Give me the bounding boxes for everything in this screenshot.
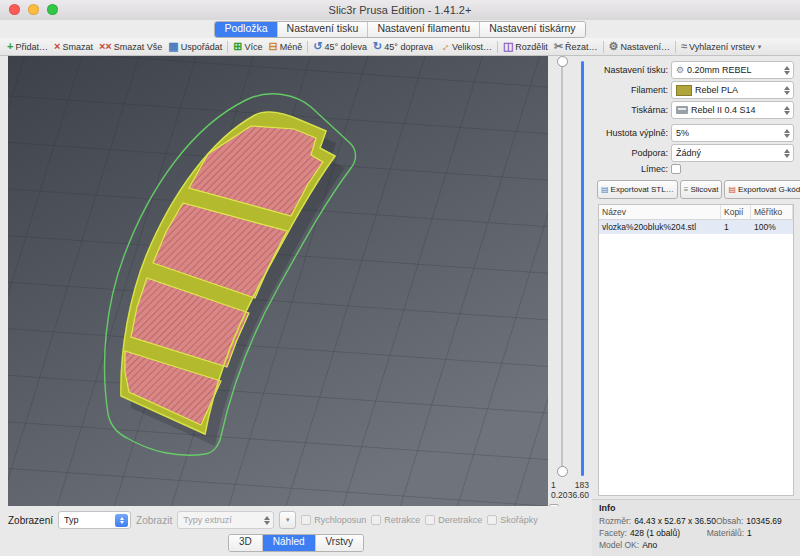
rotate-right-button[interactable]: ↻ 45° doprava — [370, 39, 436, 55]
unretractions-checkbox — [425, 515, 435, 525]
delete-icon: × — [54, 41, 60, 52]
split-button[interactable]: ◫ Rozdělit — [500, 39, 551, 55]
arrange-button[interactable]: ▦ Uspořádat — [165, 39, 225, 55]
mode-preview[interactable]: Náhled — [263, 535, 316, 551]
tab-nastaveni-tisku[interactable]: Nastavení tisku — [278, 22, 369, 37]
tab-group: Podložka Nastavení tisku Nastavení filam… — [214, 21, 585, 38]
object-list-header: Název Kopií Měřítko — [599, 205, 793, 220]
zoom-button[interactable] — [47, 4, 58, 15]
object-list: Název Kopií Měřítko vlozka%20obluk%204.s… — [598, 204, 794, 496]
more-copies-icon: ⊞ — [233, 41, 242, 52]
column-scale[interactable]: Měřítko — [751, 205, 793, 219]
split-label: Rozdělit — [515, 42, 548, 52]
rotate-left-button[interactable]: ↺ 45° doleva — [310, 39, 370, 55]
mode-layers[interactable]: Vrstvy — [316, 535, 363, 551]
cut-button[interactable]: ✂ Řezat… — [551, 39, 601, 55]
column-copies[interactable]: Kopií — [721, 205, 751, 219]
table-row[interactable]: vlozka%20obluk%204.stl 1 100% — [599, 220, 793, 234]
print-settings-label: Nastavení tisku: — [598, 65, 668, 75]
cut-icon: ✂ — [554, 41, 563, 52]
extrusion-dropdown-button[interactable]: ▾ — [279, 511, 296, 529]
export-stl-button[interactable]: ▤ Exportovat STL… — [597, 180, 678, 199]
window-controls — [9, 4, 58, 15]
brim-checkbox[interactable] — [671, 164, 681, 174]
object-scale: 100% — [751, 220, 793, 234]
more-copies-button[interactable]: ⊞ Více — [230, 39, 265, 55]
brim-label: Límec: — [598, 164, 668, 174]
filament-combo[interactable]: Rebel PLA — [671, 81, 794, 99]
toolbar-separator — [227, 41, 228, 53]
export-gcode-button[interactable]: ▤ Exportovat G-kód… — [724, 180, 800, 199]
support-value: Žádný — [676, 148, 701, 158]
minimize-button[interactable] — [28, 4, 39, 15]
retractions-checkbox-group: Retrakce — [371, 515, 420, 525]
arrange-icon: ▦ — [168, 41, 178, 52]
tab-nastaveni-filamentu[interactable]: Nastavení filamentu — [368, 22, 480, 37]
fewer-copies-button[interactable]: ⊟ Méně — [265, 39, 305, 55]
add-button[interactable]: + Přidat… — [4, 39, 51, 55]
extrusion-type-select: Typy extruzí — [177, 511, 274, 529]
printer-value: Rebel II 0.4 S14 — [691, 105, 756, 115]
delete-all-button[interactable]: ×× Smazat Vše — [96, 39, 165, 55]
delete-button[interactable]: × Smazat — [51, 39, 96, 55]
shells-checkbox-group: Skořápky — [487, 515, 538, 525]
volume-label: Obsah: — [716, 516, 743, 526]
fewer-copies-label: Méně — [280, 42, 303, 52]
3d-viewport[interactable] — [8, 56, 548, 506]
print-settings-combo[interactable]: ⚙ 0.20mm REBEL — [671, 61, 794, 79]
layer-slider-range[interactable] — [581, 61, 584, 476]
facets-value: 428 (1 obalů) — [630, 528, 680, 538]
rotate-right-label: 45° doprava — [384, 42, 433, 52]
window-title: Slic3r Prusa Edition - 1.41.2+ — [329, 4, 472, 16]
column-name[interactable]: Název — [599, 205, 721, 219]
mode-3d[interactable]: 3D — [229, 535, 263, 551]
settings-panel: Nastavení tisku: ⚙ 0.20mm REBEL Filament… — [592, 56, 800, 556]
layer-slider-handle-min[interactable] — [557, 466, 568, 477]
tab-podlozka[interactable]: Podložka — [215, 22, 277, 37]
view-label: Zobrazení — [8, 515, 53, 526]
export-gcode-icon: ▤ — [728, 185, 736, 194]
print-settings-value: 0.20mm REBEL — [687, 65, 752, 75]
settings-tabbar: Podložka Nastavení tisku Nastavení filam… — [0, 20, 800, 38]
support-combo[interactable]: Žádný — [671, 144, 794, 162]
view-type-select[interactable]: Typ — [58, 511, 131, 529]
travel-checkbox — [301, 515, 311, 525]
preview-canvas[interactable] — [8, 56, 548, 506]
rotate-right-icon: ↻ — [373, 41, 382, 52]
layer-smoothing-button[interactable]: ≈ Vyhlazení vrstev ▾ — [678, 39, 764, 55]
travel-label: Rychloposun — [314, 515, 366, 525]
infill-density-combo[interactable]: 5% — [671, 124, 794, 142]
slice-button[interactable]: ≡ Slicovat — [680, 180, 723, 199]
export-stl-icon: ▤ — [601, 185, 609, 194]
layer-slider-handle-max[interactable] — [557, 56, 568, 67]
shells-label: Skořápky — [500, 515, 538, 525]
slice-label: Slicovat — [690, 185, 718, 194]
filament-label: Filament: — [598, 85, 668, 95]
print-profile-icon: ⚙ — [676, 65, 684, 75]
chevron-down-icon: ▾ — [758, 43, 762, 51]
rotate-left-icon: ↺ — [313, 41, 322, 52]
tab-nastaveni-tiskarny[interactable]: Nastavení tiskárny — [480, 22, 584, 37]
gear-icon: ⚙ — [609, 41, 619, 52]
bottom-bar: Zobrazení Typ Zobrazit Typy extruzí ▾ Ry… — [0, 506, 592, 556]
object-settings-button[interactable]: ⚙ Nastavení… — [606, 39, 673, 55]
travel-checkbox-group: Rychloposun — [301, 515, 366, 525]
add-icon: + — [7, 41, 13, 52]
dropdown-arrows-icon — [784, 129, 791, 138]
extrusion-type-value: Typy extruzí — [183, 515, 232, 525]
info-title: Info — [599, 503, 793, 513]
slice-icon: ≡ — [684, 185, 689, 194]
cut-label: Řezat… — [565, 42, 598, 52]
export-stl-label: Exportovat STL… — [611, 185, 674, 194]
titlebar: Slic3r Prusa Edition - 1.41.2+ — [0, 0, 800, 21]
layer-slider-track[interactable] — [561, 61, 563, 476]
model-ok-value: Ano — [642, 540, 657, 550]
close-button[interactable] — [9, 4, 20, 15]
size-value: 64.43 x 52.67 x 36.50 — [634, 516, 716, 526]
printer-combo[interactable]: Rebel II 0.4 S14 — [671, 101, 794, 119]
toolbar-separator — [307, 41, 308, 53]
scale-button[interactable]: ↔ Velikost… — [436, 39, 495, 55]
dropdown-arrows-icon — [784, 66, 791, 75]
dropdown-arrows-icon — [784, 106, 791, 115]
unretractions-label: Deretrakce — [438, 515, 482, 525]
